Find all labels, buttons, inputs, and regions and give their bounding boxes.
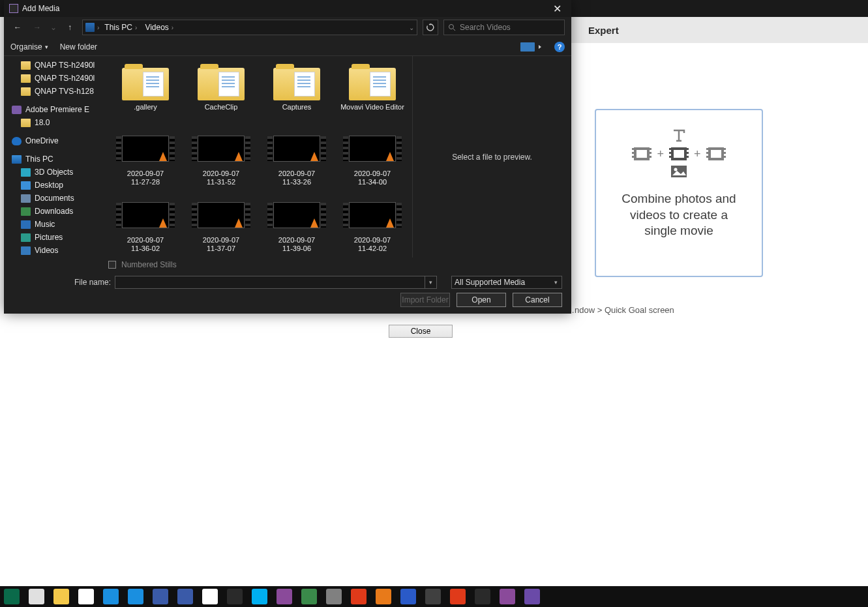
numbered-stills-checkbox[interactable] bbox=[108, 261, 116, 269]
help-icon[interactable]: ? bbox=[554, 42, 565, 52]
sidebar-item[interactable]: This PC bbox=[4, 153, 106, 166]
taskbar-premiere-icon[interactable] bbox=[277, 589, 292, 604]
taskbar[interactable] bbox=[0, 586, 868, 607]
svg-line-27 bbox=[453, 29, 455, 31]
address-bar[interactable]: › This PC› Videos› ⌄ bbox=[82, 20, 417, 35]
quick-goal-card[interactable]: + + Combine photos and videos to create … bbox=[595, 109, 763, 277]
taskbar-samsung-icon[interactable] bbox=[153, 589, 168, 604]
dialog-titlebar: Add Media ✕ bbox=[4, 0, 571, 17]
file-name-dropdown[interactable]: ▾ bbox=[425, 276, 437, 289]
svg-rect-24 bbox=[671, 166, 687, 177]
sidebar-item[interactable]: Documents bbox=[4, 192, 106, 205]
taskbar-start-icon[interactable] bbox=[4, 589, 20, 604]
search-input[interactable]: Search Videos bbox=[443, 20, 565, 35]
video-item[interactable]: 2020-09-0711-33-26 bbox=[263, 129, 330, 192]
taskbar-anydesk-icon[interactable] bbox=[450, 589, 466, 604]
close-icon[interactable]: ✕ bbox=[543, 0, 571, 17]
taskbar-skype-icon[interactable] bbox=[252, 589, 267, 604]
folder-item[interactable]: Captures bbox=[263, 63, 330, 125]
chevron-right-icon[interactable]: › bbox=[97, 24, 99, 31]
sidebar-item[interactable]: Pictures bbox=[4, 231, 106, 244]
sidebar-item-label: QNAP TS-h2490l bbox=[35, 74, 95, 83]
import-folder-button[interactable]: Import Folder bbox=[400, 293, 450, 307]
taskbar-calculator-icon[interactable] bbox=[177, 589, 193, 604]
taskbar-app-1-icon[interactable] bbox=[425, 589, 441, 604]
taskbar-yandex-icon[interactable] bbox=[351, 589, 367, 604]
taskbar-obs-icon[interactable] bbox=[227, 589, 243, 604]
sidebar-item[interactable]: Videos bbox=[4, 244, 106, 257]
svg-rect-5 bbox=[650, 148, 651, 150]
sidebar-item[interactable]: 3D Objects bbox=[4, 166, 106, 179]
addr-segment-videos[interactable]: Videos› bbox=[142, 23, 176, 32]
file-grid[interactable]: .galleryCacheClipCapturesMovavi Video Ed… bbox=[106, 56, 412, 258]
plus-icon: + bbox=[657, 147, 664, 161]
sidebar-item[interactable]: 18.0 bbox=[4, 116, 106, 129]
video-icon bbox=[198, 136, 245, 162]
sidebar-item[interactable]: Music bbox=[4, 218, 106, 231]
close-button[interactable]: Close bbox=[389, 325, 453, 338]
view-mode-button[interactable] bbox=[520, 42, 535, 52]
addr-history-dropdown[interactable]: ⌄ bbox=[409, 24, 414, 31]
video-item[interactable]: 2020-09-0711-36-02 bbox=[112, 196, 179, 258]
sidebar-item[interactable]: OneDrive bbox=[4, 134, 106, 147]
video-item[interactable]: 2020-09-0711-37-07 bbox=[188, 196, 254, 258]
new-folder-button[interactable]: New folder bbox=[60, 42, 97, 52]
svg-rect-4 bbox=[632, 156, 634, 158]
svg-rect-12 bbox=[669, 156, 671, 158]
vlc-icon bbox=[159, 152, 167, 161]
file-type-filter[interactable]: All Supported Media bbox=[451, 276, 562, 289]
file-name-input[interactable] bbox=[115, 276, 425, 289]
open-button[interactable]: Open bbox=[456, 293, 506, 307]
video-item[interactable]: 2020-09-0711-42-02 bbox=[339, 196, 406, 258]
sidebar-item-label: Desktop bbox=[35, 181, 63, 190]
svg-rect-7 bbox=[650, 156, 651, 158]
recent-dropdown[interactable]: ⌄ bbox=[50, 20, 57, 35]
taskbar-file-explorer-icon[interactable] bbox=[53, 589, 69, 604]
cancel-button[interactable]: Cancel bbox=[513, 293, 562, 307]
taskbar-settings-icon[interactable] bbox=[326, 589, 342, 604]
item-label: 2020-09-0711-39-06 bbox=[278, 236, 315, 252]
taskbar-notepad-icon[interactable] bbox=[202, 589, 218, 604]
svg-rect-9 bbox=[674, 150, 684, 158]
sidebar-item[interactable]: Downloads bbox=[4, 205, 106, 218]
sidebar-item[interactable]: Desktop bbox=[4, 179, 106, 192]
taskbar-app-4-icon[interactable] bbox=[524, 589, 540, 604]
item-label: 2020-09-0711-31-52 bbox=[203, 170, 239, 186]
card-icons: + + bbox=[632, 128, 725, 178]
svg-rect-17 bbox=[711, 150, 721, 158]
sidebar-item[interactable]: QNAP TS-h2490l bbox=[4, 72, 106, 85]
taskbar-app-2-icon[interactable] bbox=[475, 589, 490, 604]
up-button[interactable]: ↑ bbox=[63, 20, 77, 35]
svg-rect-10 bbox=[669, 148, 671, 150]
taskbar-app-3-icon[interactable] bbox=[500, 589, 515, 604]
video-item[interactable]: 2020-09-0711-27-28 bbox=[112, 129, 179, 192]
sidebar-item[interactable]: Adobe Premiere E bbox=[4, 103, 106, 116]
tab-expert[interactable]: Expert bbox=[566, 17, 868, 43]
folder-item[interactable]: CacheClip bbox=[188, 63, 254, 125]
addr-segment-thispc[interactable]: This PC› bbox=[102, 23, 140, 32]
folder-icon bbox=[12, 106, 22, 114]
numbered-stills-row: Numbered Stills bbox=[4, 258, 571, 272]
folder-item[interactable]: .gallery bbox=[112, 63, 179, 125]
sidebar-item[interactable]: QNAP TVS-h128 bbox=[4, 85, 106, 98]
taskbar-cortana-1-icon[interactable] bbox=[103, 589, 119, 604]
sidebar-item-label: Downloads bbox=[35, 207, 73, 216]
folder-item[interactable]: Movavi Video Editor bbox=[339, 63, 406, 125]
taskbar-firefox-icon[interactable] bbox=[376, 589, 391, 604]
card-text: Combine photos and videos to create a si… bbox=[621, 191, 736, 239]
sidebar-item[interactable]: QNAP TS-h2490l bbox=[4, 59, 106, 72]
taskbar-solitaire-icon[interactable] bbox=[301, 589, 317, 604]
video-item[interactable]: 2020-09-0711-34-00 bbox=[339, 129, 406, 192]
taskbar-task-view-icon[interactable] bbox=[29, 589, 44, 604]
sidebar: QNAP TS-h2490lQNAP TS-h2490lQNAP TVS-h12… bbox=[4, 56, 106, 258]
taskbar-cortana-2-icon[interactable] bbox=[128, 589, 143, 604]
taskbar-chrome-icon[interactable] bbox=[78, 589, 94, 604]
video-item[interactable]: 2020-09-0711-39-06 bbox=[263, 196, 330, 258]
video-item[interactable]: 2020-09-0711-31-52 bbox=[188, 129, 254, 192]
taskbar-word-icon[interactable] bbox=[400, 589, 416, 604]
refresh-button[interactable] bbox=[423, 20, 438, 35]
svg-rect-21 bbox=[724, 148, 726, 150]
forward-button[interactable]: → bbox=[30, 20, 44, 35]
back-button[interactable]: ← bbox=[10, 20, 25, 35]
organise-button[interactable]: Organise ▾ bbox=[10, 42, 48, 52]
